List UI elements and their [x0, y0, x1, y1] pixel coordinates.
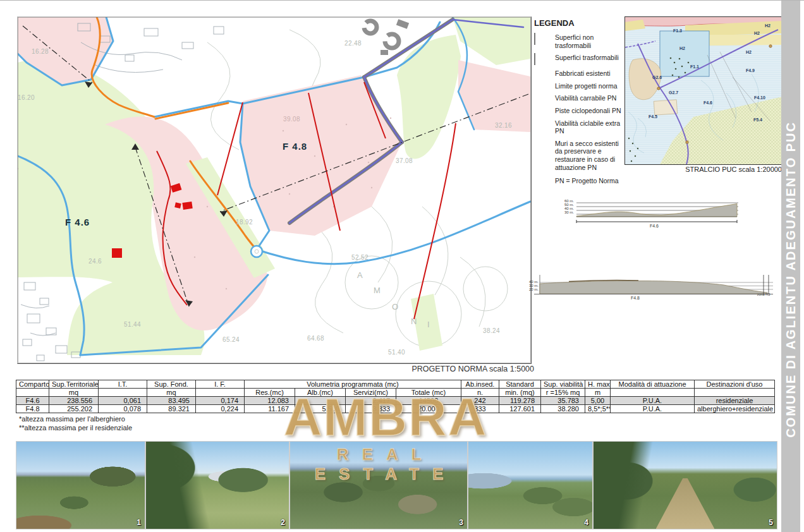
inset-label: H2 [679, 46, 685, 51]
section-label-f48: F4.8 [607, 296, 664, 300]
site-photo-4: 4 [468, 441, 593, 529]
legend: LEGENDA Superfici non trasformabili Supe… [534, 18, 628, 184]
inset-label: F4.9 [746, 68, 755, 73]
legend-item: Fabbricati esistenti [534, 70, 628, 78]
table-row-f46: F4.6238.556 0,06183.495 0,17412.083 2.41… [16, 397, 775, 405]
legend-item: Superfici trasformabili [534, 54, 628, 65]
locality-letter: A [357, 270, 363, 280]
table-subheader-row: mq mqRes.(mc) Alb.(mc)Servizi(mc)Totale … [16, 389, 775, 397]
stralcio-puc-inset [624, 16, 783, 165]
site-photo-3: 3 [289, 441, 468, 529]
progetto-norma-map [17, 16, 532, 364]
note-residenziale: **altezza massima per il residenziale [19, 424, 132, 433]
inset-label: G2.6 [652, 75, 662, 80]
elevation-label: 65.24 [222, 336, 240, 343]
locality-letter: M [374, 286, 381, 295]
inset-label: F1.1 [690, 64, 699, 69]
inset-label: F4.10 [754, 95, 765, 100]
inset-label: F1.3 [673, 28, 682, 33]
sidebar-title: COMUNE DI AGLIENTU ADEGUAMENTO PUC [784, 121, 798, 438]
legend-item: Viabilità ciclabile extra PN [534, 119, 628, 135]
inset-caption: STRALCIO PUC scala 1:20000 [632, 166, 782, 173]
legend-title: LEGENDA [534, 18, 628, 28]
plan-sheet: F 4.6 F 4.8 22.48 16.28 16.20 39.08 18.9… [0, 0, 804, 532]
inset-label: H2 [754, 31, 760, 35]
elevation-label: 16.20 [18, 94, 35, 101]
elevation-label: 38.24 [483, 327, 500, 334]
elevation-label: 64.68 [307, 335, 324, 342]
elevation-label: 22.48 [344, 40, 362, 47]
table-notes: *altezza massima per l'alberghiero **alt… [19, 415, 132, 433]
inset-label: F4.6 [704, 100, 712, 105]
green-swatch-icon [534, 33, 551, 45]
legend-item: Superfici non trasformabili [534, 33, 628, 49]
elevation-label: 37.08 [396, 157, 413, 164]
legend-item: Muri a secco esistenti da preservare e r… [534, 140, 628, 171]
section-axis-label: 20 m. [516, 287, 539, 291]
section-axis-label: 30 m. [551, 210, 574, 214]
section-zone-label: zona H3 [750, 293, 777, 296]
note-alberghiero: *altezza massima per l'alberghiero [19, 415, 132, 424]
table-header-row: CompartoSup.TerritorialeI.T. Sup. Fond.I… [16, 380, 775, 389]
elevation-label: 24.6 [88, 258, 102, 265]
legend-note: PN = Progetto Norma [555, 177, 628, 184]
photo-number: 2 [281, 518, 285, 527]
inset-drawing [625, 17, 783, 164]
elevation-label: 16.28 [32, 48, 49, 55]
legend-item: Viabilità carrabile PN [534, 94, 628, 102]
elevation-label: 52.52 [351, 254, 368, 261]
photo-number: 5 [769, 518, 773, 527]
photo-number: 1 [137, 518, 141, 527]
map-caption: PROGETTO NORMA scala 1:5000 [354, 365, 534, 373]
table-row-f48: F4.8255.202 0,07889.321 0,22411.167 5.50… [16, 405, 775, 413]
site-photo-1: 1 [16, 441, 145, 529]
legend-item: Piste ciclopedonali PN [534, 107, 628, 115]
legend-item: Limite progetti norma [534, 82, 628, 90]
locality-letter: I [427, 320, 430, 329]
locality-letter: O [392, 302, 398, 311]
elevation-label: 18.92 [236, 219, 253, 226]
photo-number: 3 [459, 518, 463, 527]
sidebar-title-bar: COMUNE DI AGLIENTU ADEGUAMENTO PUC [781, 1, 800, 532]
elevation-label: 51.40 [388, 349, 405, 356]
inset-label: F4.5 [649, 114, 657, 119]
zone-label-f46: F 4.6 [65, 217, 90, 227]
inset-label: H2 [765, 23, 770, 28]
elevation-label: 39.08 [283, 116, 300, 123]
section-label-f46: F4.6 [632, 224, 676, 228]
pink-swatch-icon [534, 54, 551, 65]
locality-letter: N [411, 317, 417, 326]
site-photo-5: 5 [593, 441, 777, 529]
parameters-table: CompartoSup.TerritorialeI.T. Sup. Fond.I… [16, 380, 775, 413]
site-photo-2: 2 [145, 441, 289, 529]
photo-number: 4 [584, 518, 588, 527]
inset-label: F5.4 [753, 118, 762, 122]
zone-label-f48: F 4.8 [283, 141, 307, 152]
elevation-label: 51.44 [124, 321, 141, 328]
map-drawing [18, 17, 531, 363]
elevation-label: 32.16 [495, 122, 512, 129]
inset-label: G2.7 [669, 90, 678, 95]
inset-label: H2 [746, 50, 752, 54]
